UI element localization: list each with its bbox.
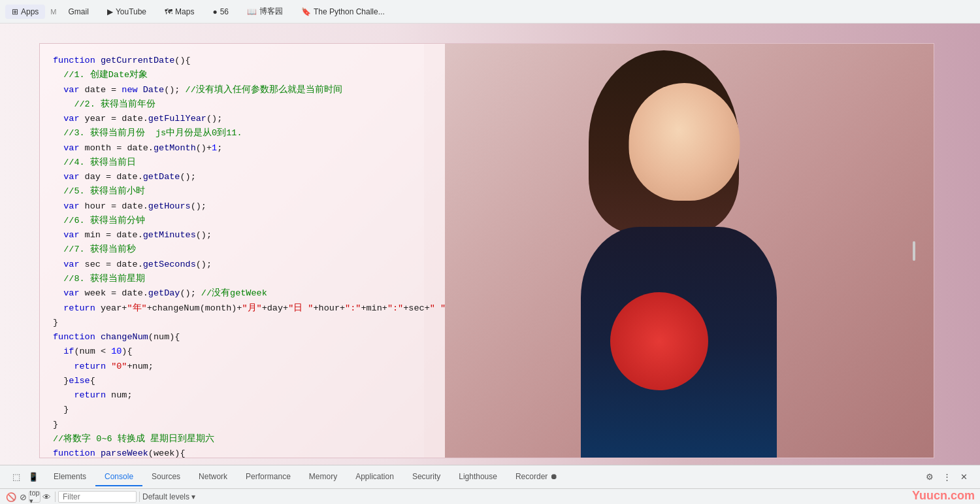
tab-application[interactable]: Application [346, 468, 403, 486]
devtools-toolbar: 🚫 ⊘ top ▾ 👁 Default levels ▾ [0, 489, 980, 504]
clear-console-icon[interactable]: 🚫 [5, 491, 17, 503]
person-background [424, 44, 934, 458]
circle-icon: ● [212, 7, 217, 16]
separator [55, 492, 56, 502]
bookmark-icon: 📖 [247, 7, 257, 16]
tab-56[interactable]: ● 56 [206, 5, 235, 19]
settings-icon[interactable]: ⚙ [924, 471, 936, 483]
maps-icon: 🗺 [165, 7, 172, 16]
tab-elements[interactable]: Elements [44, 468, 95, 486]
tab-lighthouse[interactable]: Lighthouse [449, 468, 506, 486]
tab-recorder[interactable]: Recorder ⏺ [506, 468, 567, 486]
device-mode-icon[interactable]: 📱 [27, 471, 39, 483]
inspect-element-icon[interactable]: ⬚ [10, 471, 22, 483]
code-editor: function getCurrentDate(){ //1. 创建Date对象… [40, 44, 445, 458]
block-icon[interactable]: ⊘ [17, 491, 29, 503]
apps-icon: ⊞ [12, 7, 18, 16]
default-levels-dropdown[interactable]: Default levels ▾ [142, 492, 195, 501]
devtools-panel: ⬚ 📱 Elements Console Sources Network Per… [0, 465, 980, 504]
tab-performance[interactable]: Performance [237, 468, 300, 486]
yuucn-watermark: Yuucn.com [907, 488, 980, 504]
more-options-icon[interactable]: ⋮ [941, 471, 953, 483]
tab-security[interactable]: Security [403, 468, 449, 486]
tab-gmail[interactable]: Gmail [62, 5, 95, 19]
devtools-right-icons: ⚙ ⋮ ✕ [919, 471, 975, 483]
tab-maps[interactable]: 🗺 Maps [158, 5, 201, 19]
context-selector[interactable]: top ▾ [29, 491, 41, 503]
code-panel: function getCurrentDate(){ //1. 创建Date对象… [39, 43, 934, 458]
separator2 [139, 492, 140, 502]
eye-icon[interactable]: 👁 [41, 491, 52, 503]
devtools-left-icons: ⬚ 📱 [5, 471, 44, 483]
tab-apps[interactable]: ⊞ Apps [5, 5, 45, 19]
main-content: function getCurrentDate(){ //1. 创建Date对象… [0, 24, 980, 504]
tab-memory[interactable]: Memory [300, 468, 346, 486]
filter-input[interactable] [58, 491, 137, 503]
person-face [629, 83, 740, 201]
tab-python[interactable]: 🔖 The Python Challe... [295, 5, 391, 19]
resize-handle[interactable] [913, 241, 915, 261]
tab-blog[interactable]: 📖 博客园 [240, 3, 289, 20]
tab-network[interactable]: Network [189, 468, 237, 486]
tab-youtube[interactable]: ▶ YouTube [101, 5, 153, 19]
youtube-icon: ▶ [107, 7, 113, 16]
devtools-tabs-bar: ⬚ 📱 Elements Console Sources Network Per… [0, 465, 980, 489]
gmail-icon: Gmail [69, 7, 89, 16]
tab-sources[interactable]: Sources [142, 468, 189, 486]
python-icon: 🔖 [301, 7, 311, 16]
browser-tab-bar: ⊞ Apps M Gmail ▶ YouTube 🗺 Maps ● 56 📖 博… [0, 0, 980, 24]
tab-console[interactable]: Console [95, 468, 142, 486]
close-devtools-icon[interactable]: ✕ [958, 471, 970, 483]
person-accessory [610, 292, 708, 390]
